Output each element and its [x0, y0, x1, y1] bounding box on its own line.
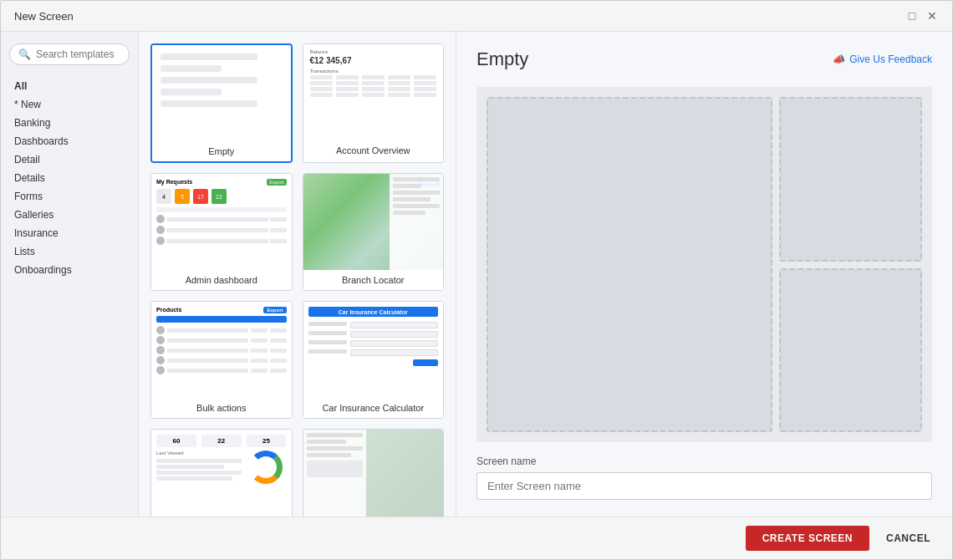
template-grid-container: Empty Balance €12 345,67 Transactions — [139, 32, 456, 517]
feedback-button[interactable]: 📣 Give Us Feedback — [833, 53, 932, 65]
cancel-button[interactable]: CANCEL — [878, 526, 939, 551]
template-thumb-car-insurance: Car Insurance Calculator — [303, 302, 444, 398]
preview-header: Empty 📣 Give Us Feedback — [476, 48, 932, 70]
modal-body: 🔍 All * New Banking Dashboards Detail De… — [1, 32, 952, 517]
sidebar-item-all[interactable]: All — [9, 77, 130, 95]
template-card-car-insurance[interactable]: Car Insurance Calculator Car Insurance C… — [303, 301, 445, 419]
template-card-dashboard2[interactable]: 60 22 25 Last Viewed — [150, 429, 293, 517]
screen-name-section: Screen name — [476, 456, 932, 500]
template-thumb-dashboard2: 60 22 25 Last Viewed — [151, 430, 292, 517]
template-label-admin-dashboard: Admin dashboard — [151, 270, 292, 290]
search-icon: 🔍 — [18, 48, 31, 60]
sidebar-item-forms[interactable]: Forms — [9, 187, 130, 206]
sidebar-item-new[interactable]: * New — [9, 95, 130, 114]
create-screen-button[interactable]: CREATE SCREEN — [746, 526, 869, 551]
screen-name-label: Screen name — [476, 456, 932, 467]
sidebar: 🔍 All * New Banking Dashboards Detail De… — [1, 32, 139, 517]
sidebar-item-details[interactable]: Details — [9, 169, 130, 187]
modal-title: New Screen — [14, 10, 74, 23]
sidebar-item-galleries[interactable]: Galleries — [9, 206, 130, 224]
sidebar-item-onboardings[interactable]: Onboardings — [9, 261, 130, 279]
feedback-icon: 📣 — [833, 53, 845, 65]
maximize-icon[interactable]: □ — [905, 9, 919, 23]
template-label-car-insurance: Car Insurance Calculator — [303, 398, 444, 418]
template-grid: Empty Balance €12 345,67 Transactions — [150, 43, 444, 517]
close-icon[interactable]: ✕ — [925, 9, 939, 23]
feedback-label: Give Us Feedback — [849, 53, 932, 65]
new-screen-modal: New Screen □ ✕ 🔍 All * New Banking Dashb… — [0, 0, 953, 560]
template-thumb-map2 — [303, 430, 444, 517]
template-thumb-admin-dashboard: My Requests Export 4 5 17 22 — [151, 174, 292, 270]
sidebar-item-lists[interactable]: Lists — [9, 242, 130, 261]
modal-footer: CREATE SCREEN CANCEL — [1, 517, 952, 559]
template-card-branch-locator[interactable]: NEW Branch Locator — [303, 173, 445, 291]
search-box[interactable]: 🔍 — [9, 43, 130, 65]
template-card-admin-dashboard[interactable]: My Requests Export 4 5 17 22 — [150, 173, 293, 291]
template-card-empty[interactable]: Empty — [150, 43, 293, 163]
template-label-branch-locator: Branch Locator — [303, 270, 444, 290]
template-thumb-account-overview: Balance €12 345,67 Transactions — [303, 44, 444, 140]
template-card-map2[interactable]: Map View — [303, 429, 445, 517]
sidebar-item-banking[interactable]: Banking — [9, 114, 130, 132]
sidebar-item-detail[interactable]: Detail — [9, 150, 130, 169]
template-card-account-overview[interactable]: Balance €12 345,67 Transactions Account … — [303, 43, 445, 163]
modal-header: New Screen □ ✕ — [1, 1, 952, 32]
template-thumb-empty — [152, 45, 291, 141]
search-input[interactable] — [36, 48, 120, 60]
template-label-empty: Empty — [152, 141, 291, 161]
template-label-bulk-actions: Bulk actions — [151, 398, 292, 418]
modal-header-icons: □ ✕ — [905, 9, 939, 23]
template-label-account-overview: Account Overview — [303, 140, 444, 160]
preview-area: Empty 📣 Give Us Feedback Screen name — [456, 32, 952, 517]
template-card-bulk-actions[interactable]: Products Export — [150, 301, 293, 419]
preview-block-bottom-right — [779, 268, 922, 433]
template-thumb-bulk-actions: Products Export — [151, 302, 292, 398]
preview-canvas — [476, 87, 932, 442]
preview-block-main — [487, 97, 772, 432]
sidebar-item-dashboards[interactable]: Dashboards — [9, 132, 130, 150]
preview-block-top-right — [779, 97, 922, 262]
preview-title: Empty — [476, 48, 528, 70]
sidebar-item-insurance[interactable]: Insurance — [9, 224, 130, 242]
template-thumb-branch-locator: NEW — [303, 174, 444, 270]
screen-name-input[interactable] — [476, 472, 932, 500]
